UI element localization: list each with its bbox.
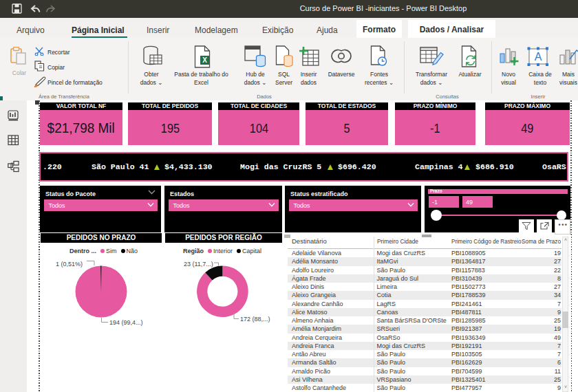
svg-text:A: A: [535, 51, 542, 63]
svg-text:X: X: [202, 56, 207, 64]
svg-text:23 (11,7...): 23 (11,7...): [184, 261, 213, 268]
svg-text:1 (0,51%): 1 (0,51%): [56, 261, 83, 268]
svg-text:194 (99,4...): 194 (99,4...): [109, 319, 143, 326]
svg-text:172 (88,...): 172 (88,...): [240, 316, 270, 323]
